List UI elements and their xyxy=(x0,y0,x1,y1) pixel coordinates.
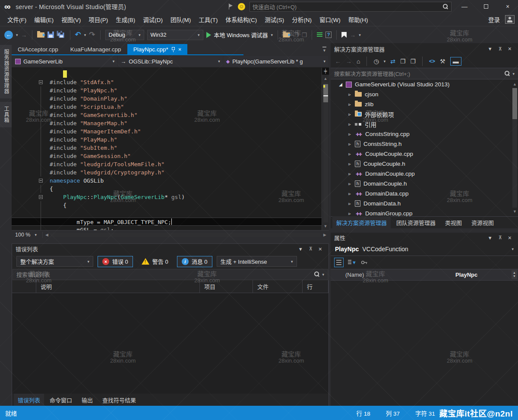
tree-item[interactable]: ▹cjson xyxy=(331,89,518,99)
scroll-down-icon[interactable]: ▼ xyxy=(513,208,517,215)
scroll-track[interactable] xyxy=(512,88,517,208)
scroll-down-icon[interactable]: ▼ xyxy=(324,222,328,230)
expanded-arrow-icon[interactable]: ◢ xyxy=(338,82,343,87)
save-icon[interactable] xyxy=(47,32,54,38)
collapsed-arrow-icon[interactable]: ▹ xyxy=(347,181,352,186)
menu-item[interactable]: 编辑(E) xyxy=(30,13,57,26)
undo-icon[interactable]: ↶ xyxy=(75,31,81,39)
clipboard-icon[interactable]: ❐ xyxy=(302,32,307,38)
tree-scrollbar[interactable]: ▲ ▼ xyxy=(512,80,518,215)
scroll-thumb[interactable] xyxy=(512,88,517,119)
scroll-thumb[interactable] xyxy=(323,84,328,102)
feedback-flag-icon[interactable] xyxy=(228,3,234,9)
horizontal-splitter[interactable] xyxy=(12,240,329,243)
menu-item[interactable]: 工具(T) xyxy=(195,13,221,26)
open-file-icon[interactable] xyxy=(37,32,44,38)
navigate-back-dropdown[interactable]: ▾ xyxy=(16,33,18,37)
column-header[interactable]: 文件 xyxy=(253,280,303,293)
redo-icon[interactable]: ↷ xyxy=(89,31,95,39)
code-line[interactable]: #include "PlayMap.h" xyxy=(12,136,322,144)
tree-item[interactable]: ▹DomainData.cpp xyxy=(331,189,518,199)
nav-member-dropdown[interactable]: ◆ PlayNpc(GameServerLib * g ▾ xyxy=(224,56,328,66)
close-icon[interactable]: × xyxy=(316,246,325,253)
minimize-button[interactable]: — xyxy=(456,1,473,12)
show-all-files-icon[interactable]: ▬ xyxy=(450,57,461,66)
code-line[interactable]: PlayNpc::PlayNpc(GameServerLib* gsl) xyxy=(12,193,322,201)
scroll-up-icon[interactable]: ▲ xyxy=(324,75,328,82)
menu-item[interactable]: 生成(B) xyxy=(112,13,139,26)
save-all-icon[interactable] xyxy=(57,31,65,38)
code-line[interactable]: #include "GameServerLib.h" xyxy=(12,111,322,119)
code-line[interactable]: #include "leudgrid/ToolsMemFile.h" xyxy=(12,160,322,168)
panel-tab[interactable]: 输出 xyxy=(78,394,97,406)
outline-collapse-icon[interactable] xyxy=(39,80,43,84)
menu-item[interactable]: 帮助(H) xyxy=(344,13,372,26)
start-debug-button[interactable]: 本地 Windows 调试器 ▾ xyxy=(206,31,273,39)
code-line[interactable]: #include "ManagerMap.h" xyxy=(12,119,322,127)
window-position-dropdown[interactable]: ▼ xyxy=(295,246,306,252)
code-line[interactable]: #include "StdAfx.h" xyxy=(12,78,322,86)
key-icon[interactable] xyxy=(361,259,368,265)
error-table-body[interactable] xyxy=(12,293,328,394)
editor-vertical-scrollbar[interactable]: ╪ ▲ ▼ xyxy=(322,68,329,230)
feedback-smiley-icon[interactable]: ☺ xyxy=(238,3,245,10)
quick-launch-input[interactable]: 快速启动 (Ctrl+Q) xyxy=(250,2,452,12)
scroll-right-icon[interactable]: ▶ xyxy=(321,233,329,237)
toolbar-overflow-dropdown[interactable]: ▾ xyxy=(359,33,361,37)
scope-filter-combo[interactable]: 整个解决方案 ▾ xyxy=(16,256,93,267)
chevron-down-icon[interactable]: ▾ xyxy=(384,59,386,63)
pin-icon[interactable] xyxy=(172,47,175,50)
collapsed-arrow-icon[interactable]: ▹ xyxy=(347,201,352,206)
tree-item[interactable]: ▹ConstsString.cpp xyxy=(331,129,518,139)
document-tab[interactable]: KuaFuManager.cpp xyxy=(64,44,127,55)
menu-item[interactable]: 窗口(W) xyxy=(316,13,344,26)
tree-item[interactable]: ▹ConstsString.h xyxy=(331,139,518,149)
panel-tab[interactable]: 解决方案资源管理器 xyxy=(332,216,391,229)
menu-item[interactable]: 团队(M) xyxy=(167,13,195,26)
navigate-back-button[interactable]: ← xyxy=(4,31,13,39)
close-icon[interactable]: × xyxy=(505,45,515,52)
categorized-view-icon[interactable] xyxy=(334,258,344,267)
collapsed-arrow-icon[interactable]: ▹ xyxy=(347,92,352,97)
spin-down-icon[interactable]: ▼ xyxy=(513,275,516,278)
panel-tab[interactable]: 命令窗口 xyxy=(46,394,76,406)
wrench-icon[interactable]: ⚒ xyxy=(440,58,445,65)
menu-item[interactable]: 体系结构(C) xyxy=(222,13,261,26)
warnings-toggle-button[interactable]: 警告 0 xyxy=(137,256,173,267)
code-line[interactable]: #include "ManagerItemDef.h" xyxy=(12,127,322,136)
pin-icon[interactable]: ⊼ xyxy=(496,235,505,240)
code-line[interactable]: { xyxy=(12,185,322,193)
code-line[interactable]: namespace OGSLib xyxy=(12,177,322,185)
code-line[interactable]: #include "leudgrid/Cryptography.h" xyxy=(12,168,322,177)
bookmark-icon[interactable] xyxy=(341,32,347,38)
collapsed-arrow-icon[interactable]: ▹ xyxy=(347,211,352,216)
tree-root[interactable]: ◢GameServerLib (Visual Studio 2013) xyxy=(331,79,518,89)
code-line[interactable]: #include "ScriptLua.h" xyxy=(12,103,322,111)
property-value[interactable]: PlayNpc xyxy=(415,272,518,278)
code-line[interactable] xyxy=(12,70,322,78)
splitter-handle-icon[interactable]: ╪ xyxy=(322,68,329,75)
solution-search-input[interactable]: 搜索解决方案资源管理器(Ctrl+;) ▾ xyxy=(331,68,518,79)
document-tab[interactable]: PlayNpc.cpp*× xyxy=(127,44,188,55)
errors-toggle-button[interactable]: × 错误 0 xyxy=(98,256,133,267)
panel-tab[interactable]: 错误列表 xyxy=(14,394,44,406)
scroll-up-icon[interactable]: ▲ xyxy=(513,80,517,88)
tree-item[interactable]: ▹DomainCouple.cpp xyxy=(331,169,518,179)
tool-window-tab[interactable]: 工具箱 xyxy=(0,102,12,127)
editor-horizontal-scrollbar[interactable]: ◀ ▶ xyxy=(43,231,329,240)
pin-icon[interactable]: ⊼ xyxy=(496,46,505,52)
column-header[interactable]: 项目 xyxy=(200,280,253,293)
sync-with-active-document-icon[interactable]: ⇄ xyxy=(390,58,395,65)
tree-item[interactable]: ▹zlib xyxy=(331,99,518,109)
pending-changes-icon[interactable]: ◷ xyxy=(373,58,379,65)
collapse-all-icon[interactable]: ❐ xyxy=(400,58,406,65)
panel-tab[interactable]: 资源视图 xyxy=(467,216,498,229)
menu-item[interactable]: 项目(P) xyxy=(85,13,112,26)
code-line[interactable]: #include "SubItem.h" xyxy=(12,144,322,152)
collapsed-arrow-icon[interactable]: ▹ xyxy=(347,132,352,136)
navigate-doc-icon[interactable]: ❐ xyxy=(293,32,299,38)
view-code-icon[interactable]: <> xyxy=(429,58,435,64)
collapsed-arrow-icon[interactable]: ▹ xyxy=(347,161,352,166)
tree-item[interactable]: ▹外部依赖项 xyxy=(331,109,518,119)
spin-up-icon[interactable]: ▲ xyxy=(513,271,516,275)
